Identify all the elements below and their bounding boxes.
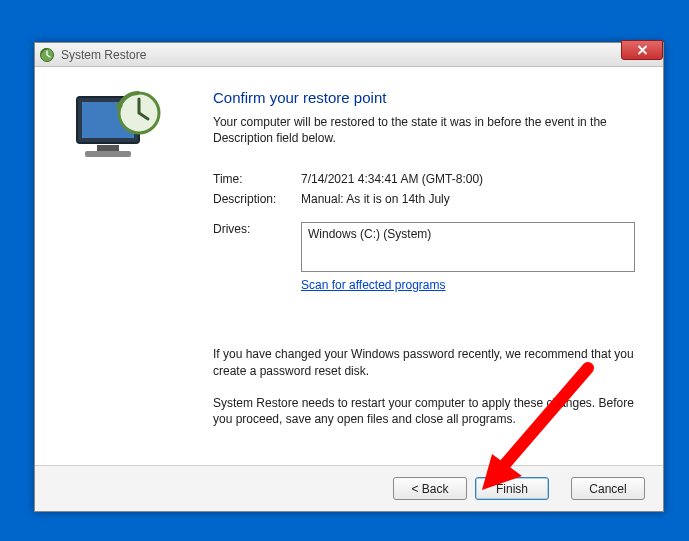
- back-button[interactable]: < Back: [393, 477, 467, 500]
- left-pane: [35, 67, 203, 465]
- drives-label: Drives:: [213, 222, 301, 272]
- drives-row: Drives: Windows (C:) (System): [213, 222, 635, 272]
- restore-wizard-icon: [71, 87, 167, 167]
- svg-rect-4: [97, 145, 119, 151]
- drives-value: Windows (C:) (System): [308, 227, 431, 241]
- time-value: 7/14/2021 4:34:41 AM (GMT-8:00): [301, 172, 635, 186]
- window-title: System Restore: [61, 48, 146, 62]
- page-heading: Confirm your restore point: [213, 89, 635, 106]
- time-label: Time:: [213, 172, 301, 186]
- cancel-button[interactable]: Cancel: [571, 477, 645, 500]
- button-bar: < Back Finish Cancel: [35, 465, 663, 511]
- time-row: Time: 7/14/2021 4:34:41 AM (GMT-8:00): [213, 172, 635, 186]
- close-button[interactable]: [621, 40, 663, 60]
- restart-info-text: System Restore needs to restart your com…: [213, 395, 635, 427]
- drives-list: Windows (C:) (System): [301, 222, 635, 272]
- page-subheading: Your computer will be restored to the st…: [213, 114, 635, 146]
- finish-button[interactable]: Finish: [475, 477, 549, 500]
- svg-rect-5: [85, 151, 131, 157]
- content-area: Confirm your restore point Your computer…: [35, 67, 663, 465]
- description-value: Manual: As it is on 14th July: [301, 192, 635, 206]
- description-label: Description:: [213, 192, 301, 206]
- titlebar: System Restore: [35, 43, 663, 67]
- password-info-text: If you have changed your Windows passwor…: [213, 346, 635, 378]
- system-restore-icon: [39, 47, 55, 63]
- right-pane: Confirm your restore point Your computer…: [203, 67, 663, 465]
- system-restore-window: System Restore Con: [34, 42, 664, 512]
- description-row: Description: Manual: As it is on 14th Ju…: [213, 192, 635, 206]
- scan-affected-programs-link[interactable]: Scan for affected programs: [301, 278, 446, 292]
